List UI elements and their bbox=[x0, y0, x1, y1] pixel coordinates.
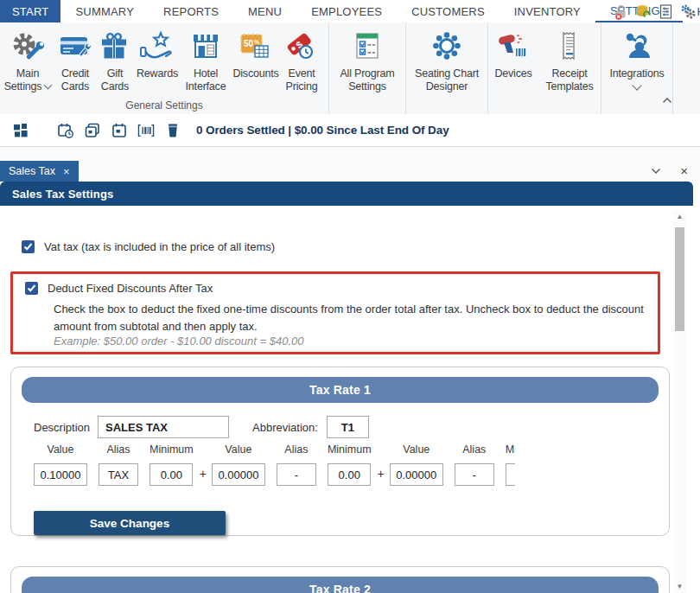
vertical-scrollbar[interactable]: ▲ ▼ bbox=[673, 211, 686, 593]
tab-list-chevron-icon[interactable] bbox=[651, 163, 661, 178]
ribbon-item-label: All Program Settings bbox=[331, 67, 404, 94]
panel-title-bar: Sales Tax Settings bbox=[0, 182, 693, 206]
tax-column: Value bbox=[212, 443, 265, 486]
description-input[interactable] bbox=[98, 416, 229, 438]
ribbon-item-credit-cards[interactable]: Credit Cards bbox=[55, 22, 95, 94]
tax-fields-area: Value Alias Minimum + Value Alias Minimu… bbox=[34, 443, 515, 506]
deduct-discounts-checkbox-row: Deduct Fixed Discounts After Tax bbox=[25, 282, 213, 295]
quick-toolbar: 0 Orders Settled | $0.00 Since Last End … bbox=[0, 114, 700, 147]
abbreviation-input[interactable] bbox=[327, 416, 369, 438]
storefront-icon bbox=[188, 27, 224, 67]
ribbon-item-label: Event Pricing bbox=[280, 67, 323, 94]
services-gears-icon[interactable] bbox=[680, 3, 697, 20]
tab-close-icon[interactable]: × bbox=[63, 165, 70, 178]
menu-item-customers[interactable]: CUSTOMERS bbox=[397, 0, 500, 22]
tax3-minimum-input[interactable] bbox=[506, 463, 515, 486]
tax-column: Value bbox=[390, 443, 443, 486]
ribbon-item-rewards[interactable]: Rewards bbox=[135, 22, 180, 80]
menu-item-start[interactable]: START bbox=[0, 0, 60, 22]
tax-column: Minimum bbox=[150, 443, 194, 486]
ribbon-item-hotel-interface[interactable]: Hotel Interface bbox=[180, 22, 232, 94]
checklist-icon bbox=[350, 27, 385, 67]
main-menu-bar: START SUMMARY REPORTS MENU EMPLOYEES CUS… bbox=[0, 0, 700, 22]
calendar-copy-icon[interactable] bbox=[84, 122, 101, 139]
save-changes-button[interactable]: Save Changes bbox=[34, 511, 226, 535]
tax1-alias-input[interactable] bbox=[99, 463, 138, 486]
close-document-icon[interactable]: × bbox=[680, 164, 688, 177]
ribbon-group-devices: Devices Receipt Templates bbox=[488, 22, 601, 114]
tax2-alias-input[interactable] bbox=[277, 463, 316, 486]
ribbon-item-receipt-templates[interactable]: Receipt Templates bbox=[541, 22, 598, 94]
tax-rate-1-description-row: Description Abbreviation: bbox=[34, 416, 369, 438]
barcode-scanner-icon bbox=[495, 27, 531, 67]
ribbon-item-label: Main Settings bbox=[4, 67, 42, 92]
report-settings-icon[interactable] bbox=[658, 3, 674, 20]
ribbon-item-label: Seating Chart Designer bbox=[407, 67, 487, 94]
ribbon-item-gift-cards[interactable]: Gift Cards bbox=[95, 22, 135, 94]
svg-text:%: % bbox=[254, 39, 260, 45]
highlight-red-box: Deduct Fixed Discounts After Tax Check t… bbox=[10, 271, 660, 354]
document-tab-strip: Sales Tax × × bbox=[0, 147, 700, 182]
app-window: START SUMMARY REPORTS MENU EMPLOYEES CUS… bbox=[0, 0, 700, 593]
menu-item-summary[interactable]: SUMMARY bbox=[60, 0, 149, 22]
tab-sales-tax[interactable]: Sales Tax × bbox=[0, 161, 79, 182]
vat-tax-checkbox-row: Vat tax (tax is included in the price of… bbox=[22, 240, 275, 253]
tax-column: Alias bbox=[455, 443, 494, 486]
menu-item-menu[interactable]: MENU bbox=[233, 0, 296, 22]
deduct-description: Check the box to deduct the fixed one-ti… bbox=[54, 301, 669, 335]
price-tag-clock-icon: $ bbox=[283, 27, 320, 67]
tax3-value-input[interactable] bbox=[390, 463, 443, 486]
tax3-alias-input[interactable] bbox=[455, 463, 494, 486]
ribbon-collapse-chevron-icon[interactable] bbox=[662, 92, 672, 107]
tax-column: Alias bbox=[99, 443, 138, 486]
tax1-value-input[interactable] bbox=[34, 463, 87, 486]
deduct-discounts-checkbox[interactable] bbox=[25, 282, 38, 295]
ribbon-item-seating-chart-designer[interactable]: Seating Chart Designer bbox=[407, 22, 487, 94]
ribbon-item-devices[interactable]: Devices bbox=[491, 22, 536, 80]
chevron-down-icon bbox=[44, 81, 53, 90]
tax-column: Value bbox=[34, 443, 87, 486]
orders-settled-status: 0 Orders Settled | $0.00 Since Last End … bbox=[196, 124, 449, 137]
ribbon-item-label: Discounts bbox=[232, 67, 278, 80]
tax-rate-1-header: Tax Rate 1 bbox=[22, 377, 659, 403]
deduct-discounts-label: Deduct Fixed Discounts After Tax bbox=[48, 282, 213, 295]
menu-item-inventory[interactable]: INVENTORY bbox=[500, 0, 595, 22]
ribbon-item-discounts[interactable]: 50 % Discounts bbox=[232, 22, 280, 80]
tax2-value-input[interactable] bbox=[212, 463, 265, 486]
ribbon-item-event-pricing[interactable]: $ Event Pricing bbox=[280, 22, 323, 94]
ribbon-item-all-program-settings[interactable]: All Program Settings bbox=[331, 22, 404, 94]
menu-item-reports[interactable]: REPORTS bbox=[149, 0, 233, 22]
ribbon-item-main-settings[interactable]: Main Settings bbox=[0, 22, 55, 94]
ribbon-item-integrations[interactable]: Integrations bbox=[602, 22, 671, 89]
vat-tax-checkbox[interactable] bbox=[22, 240, 35, 253]
calendar-icon[interactable] bbox=[111, 122, 128, 139]
tax-rate-2-card: Tax Rate 2 bbox=[10, 566, 670, 593]
tax2-minimum-input[interactable] bbox=[328, 463, 371, 486]
ribbon-group-label: General Settings bbox=[0, 99, 328, 112]
calendar-clock-icon[interactable] bbox=[57, 122, 74, 139]
ribbon-item-label: Rewards bbox=[137, 67, 178, 80]
abbreviation-label: Abbreviation: bbox=[252, 421, 318, 434]
menu-item-employees[interactable]: EMPLOYEES bbox=[296, 0, 397, 22]
barcode-icon[interactable] bbox=[137, 122, 155, 139]
beverage-glass-icon[interactable] bbox=[164, 122, 181, 139]
gear-wrench-icon bbox=[10, 27, 46, 67]
ribbon-item-label: Devices bbox=[494, 67, 531, 80]
scrollbar-thumb[interactable] bbox=[675, 227, 684, 331]
deduct-example: Example: $50.00 order - $10.00 discount … bbox=[54, 335, 303, 348]
ribbon-item-label: Integrations bbox=[610, 67, 665, 80]
lock-denied-icon[interactable] bbox=[613, 3, 629, 20]
scroll-up-icon[interactable]: ▲ bbox=[673, 213, 686, 220]
integrations-person-icon bbox=[619, 27, 655, 67]
scroll-down-icon[interactable]: ▼ bbox=[673, 583, 686, 590]
svg-text:50: 50 bbox=[244, 39, 254, 48]
description-label: Description bbox=[34, 421, 90, 434]
gift-box-icon bbox=[98, 27, 132, 67]
database-sync-icon[interactable] bbox=[635, 3, 652, 20]
tiles-icon[interactable] bbox=[12, 122, 29, 139]
ribbon-item-label: Hotel Interface bbox=[180, 67, 232, 94]
ribbon-item-label: Credit Cards bbox=[55, 67, 95, 94]
ribbon-item-label: Receipt Templates bbox=[541, 67, 598, 94]
hand-star-icon bbox=[138, 27, 176, 67]
tax1-minimum-input[interactable] bbox=[150, 463, 193, 486]
